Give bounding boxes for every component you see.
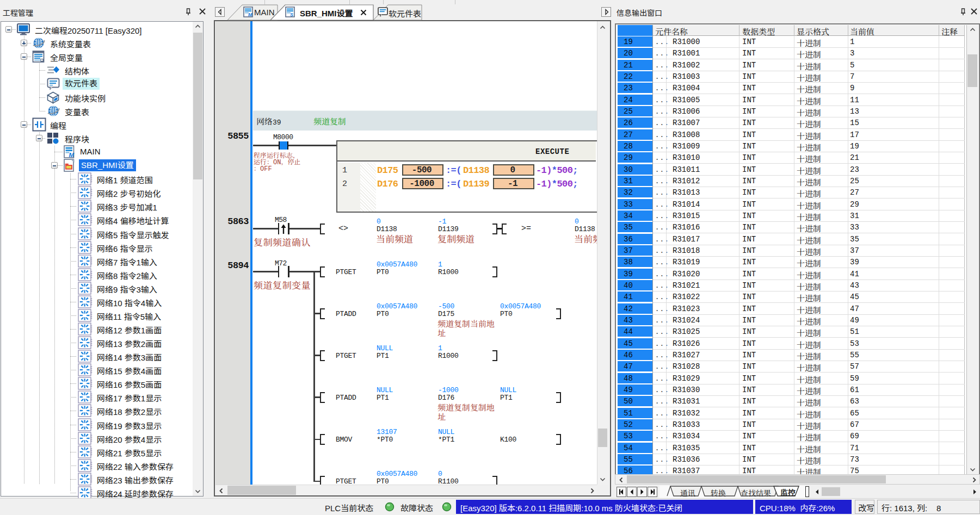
svg-text:M: M [69, 152, 75, 158]
svg-text:M: M [248, 12, 252, 17]
svg-text:S: S [290, 12, 293, 17]
